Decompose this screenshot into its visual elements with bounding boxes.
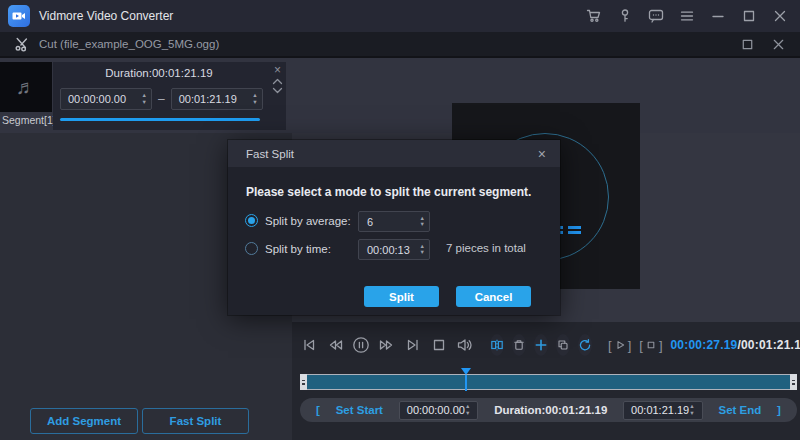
music-note-icon: ♬ xyxy=(16,76,36,99)
spinner-down-icon[interactable]: ▼ xyxy=(252,100,257,106)
segment-start-stepper[interactable]: ▲ ▼ xyxy=(142,93,151,105)
minimize-icon[interactable] xyxy=(710,8,726,24)
fast-split-dialog: Fast Split × Please select a mode to spl… xyxy=(228,140,560,315)
key-register-icon[interactable] xyxy=(617,8,633,24)
player-controls: [ ] [ ] 00:00:27.19/00:01:21.19 xyxy=(300,333,797,357)
cancel-button[interactable]: Cancel xyxy=(456,286,531,307)
add-segment-circle-button[interactable] xyxy=(534,334,548,356)
spinner-up-icon[interactable]: ▲ xyxy=(465,404,470,410)
trim-end-handle[interactable] xyxy=(790,374,797,390)
trim-duration: Duration:00:01:21.19 xyxy=(494,404,607,416)
segment-delete-icon[interactable]: × xyxy=(274,64,281,76)
close-bracket: ] xyxy=(777,404,781,416)
split-average-input[interactable]: 6 ▲ ▼ xyxy=(358,211,430,232)
app-window: Vidmore Video Converter xyxy=(0,0,800,440)
split-time-input[interactable]: 00:00:13 ▲ ▼ xyxy=(358,239,430,260)
split-average-stepper[interactable]: ▲ ▼ xyxy=(420,216,429,228)
spinner-down-icon[interactable]: ▼ xyxy=(420,222,425,228)
stop-icon[interactable] xyxy=(430,336,448,354)
reset-button[interactable] xyxy=(578,334,592,356)
split-by-average-label[interactable]: Split by average: xyxy=(265,215,351,227)
cut-window-titlebar: Cut (file_example_OOG_5MG.ogg) xyxy=(0,32,800,58)
trim-start-handle[interactable] xyxy=(300,374,307,390)
split-button[interactable]: Split xyxy=(364,286,439,307)
titlebar: Vidmore Video Converter xyxy=(0,0,800,32)
set-end-button[interactable]: Set End xyxy=(718,404,761,416)
segment-editor-card: Duration:00:01:21.19 00:00:00.00 ▲ ▼ – 0… xyxy=(53,62,286,130)
set-start-button[interactable]: Set Start xyxy=(336,404,383,416)
segment-thumbnail[interactable]: ♬ xyxy=(0,62,52,112)
frame-forward-icon[interactable] xyxy=(378,336,396,354)
trim-end-input[interactable]: 00:01:21.19 ▲ ▼ xyxy=(623,401,703,420)
spinner-down-icon[interactable]: ▼ xyxy=(142,100,147,106)
trim-end-stepper[interactable]: ▲ ▼ xyxy=(689,404,698,416)
spinner-down-icon[interactable]: ▼ xyxy=(420,250,425,256)
pieces-total-note: 7 pieces in total xyxy=(446,242,526,254)
pause-icon[interactable] xyxy=(352,336,370,354)
fast-split-close-icon[interactable]: × xyxy=(538,146,546,162)
cut-window-title: Cut (file_example_OOG_5MG.ogg) xyxy=(39,38,219,50)
spinner-down-icon[interactable]: ▼ xyxy=(465,411,470,417)
spinner-up-icon[interactable]: ▲ xyxy=(252,93,257,99)
playhead[interactable] xyxy=(461,368,471,391)
playhead-marker-icon xyxy=(461,368,471,375)
segment-start-input[interactable]: 00:00:00.00 ▲ ▼ xyxy=(60,88,152,110)
timeline[interactable] xyxy=(300,368,797,392)
volume-icon[interactable] xyxy=(456,336,474,354)
spinner-up-icon[interactable]: ▲ xyxy=(689,404,694,410)
app-logo-icon xyxy=(8,5,30,27)
timeline-track[interactable] xyxy=(300,374,797,390)
frame-back-icon[interactable] xyxy=(326,336,344,354)
cut-maximize-icon[interactable] xyxy=(740,37,755,52)
chevron-down-icon[interactable] xyxy=(272,87,283,94)
trim-start-input[interactable]: 00:00:00.00 ▲ ▼ xyxy=(399,401,479,420)
app-title: Vidmore Video Converter xyxy=(39,9,173,23)
range-dash: – xyxy=(158,92,165,106)
spinner-up-icon[interactable]: ▲ xyxy=(142,93,147,99)
chevron-up-icon[interactable] xyxy=(272,78,283,85)
fast-split-title: Fast Split xyxy=(246,148,294,160)
fast-split-message: Please select a mode to split the curren… xyxy=(246,185,531,199)
equalizer-icon xyxy=(568,226,581,236)
scissors-icon xyxy=(14,36,30,52)
play-clip-button[interactable]: [ ] xyxy=(608,338,631,353)
split-by-time-radio[interactable] xyxy=(245,242,258,255)
add-segment-button[interactable]: Add Segment xyxy=(30,408,138,434)
close-icon[interactable] xyxy=(772,8,788,24)
segment-label: Segment[1] xyxy=(2,114,56,126)
trim-start-stepper[interactable]: ▲ ▼ xyxy=(465,404,474,416)
cut-close-icon[interactable] xyxy=(771,37,786,52)
copy-segment-button[interactable] xyxy=(556,334,570,356)
segment-end-input[interactable]: 00:01:21.19 ▲ ▼ xyxy=(171,88,263,110)
skip-start-icon[interactable] xyxy=(300,336,318,354)
feedback-icon[interactable] xyxy=(648,8,664,24)
skip-end-icon[interactable] xyxy=(404,336,422,354)
menu-icon[interactable] xyxy=(679,8,695,24)
split-by-average-radio[interactable] xyxy=(245,214,258,227)
time-display: 00:00:27.19/00:01:21.19 xyxy=(671,338,800,352)
current-time: 00:00:27.19 xyxy=(671,338,738,352)
segment-range-bar xyxy=(60,118,260,121)
fast-split-titlebar: Fast Split × xyxy=(228,140,560,167)
segment-duration: Duration:00:01:21.19 xyxy=(53,67,265,79)
fast-split-button[interactable]: Fast Split xyxy=(142,408,249,434)
maximize-icon[interactable] xyxy=(741,8,757,24)
delete-segment-button[interactable] xyxy=(512,334,526,356)
split-by-time-label[interactable]: Split by time: xyxy=(265,243,331,255)
spinner-down-icon[interactable]: ▼ xyxy=(689,411,694,417)
segment-end-stepper[interactable]: ▲ ▼ xyxy=(252,93,261,105)
trim-bar: [ Set Start 00:00:00.00 ▲ ▼ Duration:00:… xyxy=(300,398,797,422)
total-time: 00:01:21.19 xyxy=(741,338,800,352)
cart-icon[interactable] xyxy=(586,8,602,24)
split-segment-button[interactable] xyxy=(490,334,504,356)
split-time-stepper[interactable]: ▲ ▼ xyxy=(420,244,429,256)
stop-clip-button[interactable]: [ ] xyxy=(639,338,662,353)
open-bracket: [ xyxy=(316,404,320,416)
